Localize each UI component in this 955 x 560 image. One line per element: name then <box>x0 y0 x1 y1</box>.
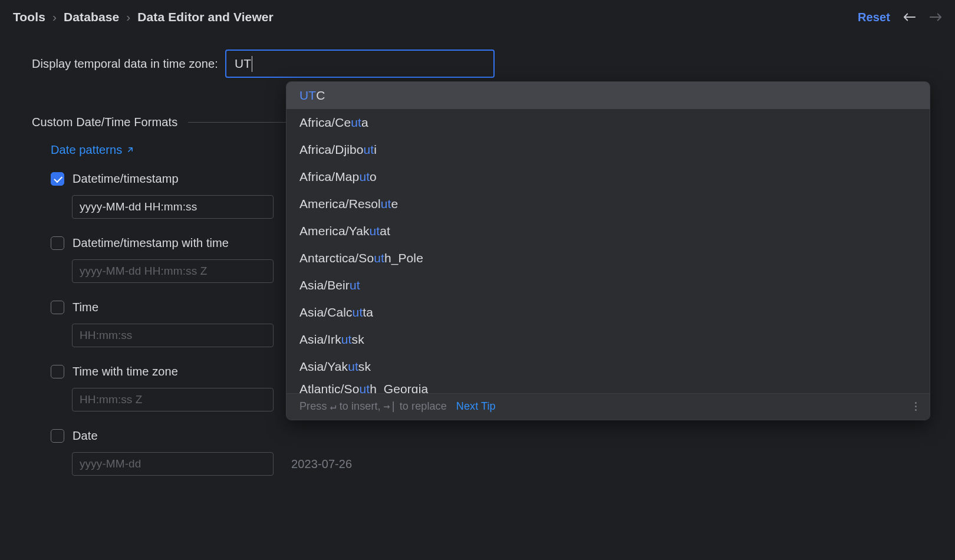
timezone-value: UT <box>235 57 251 71</box>
external-link-icon <box>127 147 133 153</box>
dropdown-item[interactable]: America/Resolute <box>286 190 930 218</box>
back-arrow-icon[interactable] <box>903 12 916 22</box>
breadcrumb-tools[interactable]: Tools <box>13 10 45 24</box>
date-placeholder: yyyy-MM-dd <box>80 457 141 470</box>
dropdown-item[interactable]: Atlantic/South_Georgia <box>286 380 930 393</box>
dropdown-item[interactable]: Africa/Ceuta <box>286 109 930 136</box>
datetime-format-value: yyyy-MM-dd HH:mm:ss <box>80 200 197 213</box>
text-caret <box>252 56 252 72</box>
chevron-right-icon: › <box>52 10 57 24</box>
date-checkbox[interactable] <box>51 429 64 443</box>
timezone-dropdown: UTCAfrica/CeutaAfrica/DjiboutiAfrica/Map… <box>286 81 930 420</box>
enter-key-icon: ↵ <box>330 400 337 412</box>
datetime-format-input[interactable]: yyyy-MM-dd HH:mm:ss <box>72 195 274 219</box>
dropdown-item[interactable]: Antarctica/South_Pole <box>286 245 930 272</box>
breadcrumb: Tools › Database › Data Editor and Viewe… <box>13 10 274 24</box>
time-tz-checkbox[interactable] <box>51 365 64 378</box>
dropdown-hint: Press ↵ to insert, →| to replace <box>299 400 447 413</box>
dropdown-item[interactable]: Africa/Maputo <box>286 163 930 190</box>
more-options-icon[interactable] <box>915 402 917 411</box>
dropdown-footer: Press ↵ to insert, →| to replace Next Ti… <box>286 393 930 420</box>
datetime-tz-label: Datetime/timestamp with time <box>73 236 229 250</box>
time-tz-format-input[interactable]: HH:mm:ss Z <box>72 388 274 411</box>
datetime-checkbox[interactable] <box>51 172 64 186</box>
next-tip-link[interactable]: Next Tip <box>456 400 496 413</box>
chevron-right-icon: › <box>126 10 130 24</box>
date-format-input[interactable]: yyyy-MM-dd <box>72 452 274 476</box>
forward-arrow-icon[interactable] <box>929 12 942 22</box>
time-label: Time <box>73 301 98 314</box>
tab-key-icon: →| <box>384 400 397 412</box>
date-preview: 2023-07-26 <box>291 457 352 471</box>
datetime-label: Datetime/timestamp <box>73 172 179 186</box>
datetime-tz-checkbox[interactable] <box>51 236 64 250</box>
section-title: Custom Date/Time Formats <box>32 116 177 129</box>
date-patterns-label: Date patterns <box>51 143 122 157</box>
time-tz-placeholder: HH:mm:ss Z <box>80 393 143 406</box>
dropdown-item[interactable]: Asia/Yakutsk <box>286 353 930 380</box>
dropdown-item[interactable]: Africa/Djibouti <box>286 136 930 163</box>
breadcrumb-current: Data Editor and Viewer <box>137 10 274 24</box>
datetime-tz-placeholder: yyyy-MM-dd HH:mm:ss Z <box>80 265 207 278</box>
breadcrumb-database[interactable]: Database <box>64 10 119 24</box>
time-placeholder: HH:mm:ss <box>80 329 132 342</box>
reset-button[interactable]: Reset <box>858 11 890 24</box>
timezone-label: Display temporal data in time zone: <box>32 57 218 71</box>
date-patterns-link[interactable]: Date patterns <box>51 143 133 157</box>
date-label: Date <box>73 429 98 443</box>
dropdown-item[interactable]: UTC <box>286 82 930 109</box>
dropdown-item[interactable]: Asia/Beirut <box>286 272 930 299</box>
datetime-tz-format-input[interactable]: yyyy-MM-dd HH:mm:ss Z <box>72 259 274 283</box>
time-checkbox[interactable] <box>51 301 64 314</box>
timezone-input[interactable]: UT <box>225 50 495 78</box>
time-tz-label: Time with time zone <box>73 365 178 378</box>
dropdown-item[interactable]: Asia/Irkutsk <box>286 326 930 353</box>
dropdown-item[interactable]: America/Yakutat <box>286 218 930 245</box>
dropdown-item[interactable]: Asia/Calcutta <box>286 299 930 326</box>
time-format-input[interactable]: HH:mm:ss <box>72 324 274 347</box>
